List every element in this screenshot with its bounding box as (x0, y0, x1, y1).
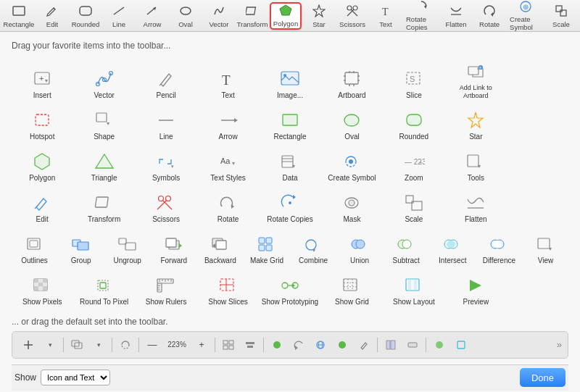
dt-zoom-pct[interactable]: 223% (164, 335, 190, 355)
tool-shape[interactable]: ▾ Shape (73, 104, 134, 144)
tool-polygon-grid[interactable]: Polygon (12, 145, 72, 185)
toolbar-rotate-copies[interactable]: Rotate Copies (403, 2, 439, 30)
tool-rounded-grid[interactable]: Rounded (384, 104, 444, 144)
toolbar-scale[interactable]: Scale (545, 2, 577, 30)
tool-view-label: View (538, 257, 554, 265)
toolbar-polygon[interactable]: Polygon (270, 2, 302, 30)
tool-mask[interactable]: Mask (321, 186, 382, 227)
rectangle-icon (7, 4, 30, 18)
tool-text-styles[interactable]: Aa▾ Text Styles (197, 145, 258, 185)
toolbar-create-symbol[interactable]: ⊕ Create Symbol (507, 2, 544, 30)
dt-green-dot[interactable] (267, 335, 287, 355)
tool-pencil-label: Pencil (156, 91, 175, 100)
tool-symbols[interactable]: ▾ Symbols (136, 145, 196, 185)
tool-make-grid[interactable]: Make Grid (244, 228, 289, 268)
tool-combine[interactable]: ▾ Combine (290, 228, 336, 268)
tool-union[interactable]: Union (337, 228, 383, 268)
tool-round-to-pixel[interactable]: Round To Pixel (73, 269, 134, 309)
tool-data[interactable]: ▾ Data (260, 145, 320, 185)
tool-intersect[interactable]: Intersect (430, 228, 476, 268)
toolbar-rectangle[interactable]: Rectangle (3, 2, 35, 30)
dt-another[interactable] (451, 335, 471, 355)
tool-show-pixels[interactable]: Show Pixels (12, 269, 72, 309)
tool-ungroup[interactable]: Ungroup (104, 228, 150, 268)
dt-pencil-small[interactable] (354, 335, 374, 355)
svg-rect-121 (100, 283, 106, 288)
svg-point-157 (273, 341, 281, 349)
tool-artboard[interactable]: Artboard (321, 58, 382, 103)
tool-image[interactable]: Image... (260, 58, 320, 103)
dt-green-dot2[interactable] (332, 335, 352, 355)
dt-grid-btn[interactable] (218, 335, 239, 355)
difference-icon (487, 234, 510, 254)
dt-layers[interactable] (67, 335, 87, 355)
transform-icon (241, 4, 264, 18)
toolbar-oval[interactable]: Oval (170, 2, 202, 30)
dt-insert[interactable] (18, 335, 38, 355)
done-button[interactable]: Done (520, 368, 566, 387)
toolbar-rotate[interactable]: Rotate (473, 2, 505, 30)
tool-show-rulers[interactable]: Show Rulers (136, 269, 196, 309)
tool-triangle[interactable]: Triangle (73, 145, 134, 185)
dt-insert-arrow[interactable]: ▾ (40, 335, 60, 355)
toolbar-line[interactable]: Line (103, 2, 135, 30)
tool-show-grid[interactable]: Show Grid (321, 269, 382, 309)
tool-show-slices[interactable]: Show Slices (197, 269, 258, 309)
tool-add-link[interactable]: + Add Link to Artboard (445, 58, 506, 103)
tool-tools[interactable]: ▾ Tools (445, 145, 506, 185)
tool-slice[interactable]: S Slice (384, 58, 444, 103)
tool-insert[interactable]: +▾ Insert (12, 58, 72, 103)
tool-subtract[interactable]: Subtract (384, 228, 429, 268)
toolbar-text[interactable]: T Text (370, 2, 402, 30)
toolbar-rounded[interactable]: Rounded (70, 2, 102, 30)
toolbar-edit[interactable]: Edit (36, 2, 68, 30)
tool-zoom[interactable]: ― 223%+ Zoom (384, 145, 444, 185)
dt-teal-dot[interactable] (429, 335, 450, 355)
svg-marker-54 (35, 154, 49, 170)
dt-more-tools[interactable] (402, 335, 423, 355)
tool-line-grid[interactable]: Line (136, 104, 196, 144)
tool-forward[interactable]: Forward (151, 228, 196, 268)
tool-vector[interactable]: Vector (73, 58, 134, 103)
dt-sync[interactable] (115, 335, 136, 355)
tool-pencil[interactable]: Pencil (136, 58, 196, 103)
tool-backward[interactable]: Backward (197, 228, 243, 268)
toolbar-arrow[interactable]: Arrow (136, 2, 168, 30)
tool-scissors-grid[interactable]: Scissors (136, 186, 196, 227)
dt-align[interactable] (240, 335, 260, 355)
tool-star-grid[interactable]: Star (445, 104, 506, 144)
tool-create-symbol[interactable]: Create Symbol (321, 145, 382, 185)
toolbar-transform[interactable]: Transform (236, 2, 268, 30)
tool-show-prototyping[interactable]: Show Prototyping (260, 269, 320, 309)
dt-world[interactable] (310, 335, 331, 355)
tool-rotate-copies-grid[interactable]: Rotate Copies (260, 186, 320, 227)
tool-difference[interactable]: Difference (476, 228, 522, 268)
show-select[interactable]: Icon and Text Icon Only Text Only (41, 370, 110, 385)
tool-preview[interactable]: Preview (445, 269, 506, 309)
overflow-indicator[interactable]: » (557, 339, 562, 350)
dt-layers-arrow[interactable]: ▾ (88, 335, 109, 355)
tool-view[interactable]: ▾ View (523, 228, 568, 268)
toolbar-vector[interactable]: Vector (203, 2, 235, 30)
tool-outlines[interactable]: Outlines (12, 228, 57, 268)
tool-edit-grid[interactable]: Edit (12, 186, 72, 227)
tool-text[interactable]: T Text (197, 58, 258, 103)
tool-hotspot[interactable]: Hotspot (12, 104, 72, 144)
tool-flatten-grid[interactable]: Flatten (445, 186, 506, 227)
tool-rotate-grid[interactable]: Rotate (197, 186, 258, 227)
dt-minus[interactable]: ― (142, 335, 162, 355)
tool-show-layout[interactable]: Show Layout (384, 269, 444, 309)
dt-sync-arrows[interactable] (289, 335, 309, 355)
dt-grid-small[interactable] (381, 335, 401, 355)
dt-plus[interactable]: + (191, 335, 212, 355)
tool-rectangle-grid[interactable]: Rectangle (260, 104, 320, 144)
toolbar-flatten[interactable]: Flatten (440, 2, 472, 30)
toolbar-star[interactable]: Star (303, 2, 335, 30)
tool-data-label: Data (282, 174, 297, 183)
tool-group[interactable]: Group (58, 228, 104, 268)
tool-transform-grid[interactable]: Transform (73, 186, 134, 227)
tool-scale-grid[interactable]: Scale (384, 186, 444, 227)
toolbar-scissors[interactable]: Scissors (336, 2, 368, 30)
tool-oval-grid[interactable]: Oval (321, 104, 382, 144)
tool-arrow-grid[interactable]: Arrow (197, 104, 258, 144)
